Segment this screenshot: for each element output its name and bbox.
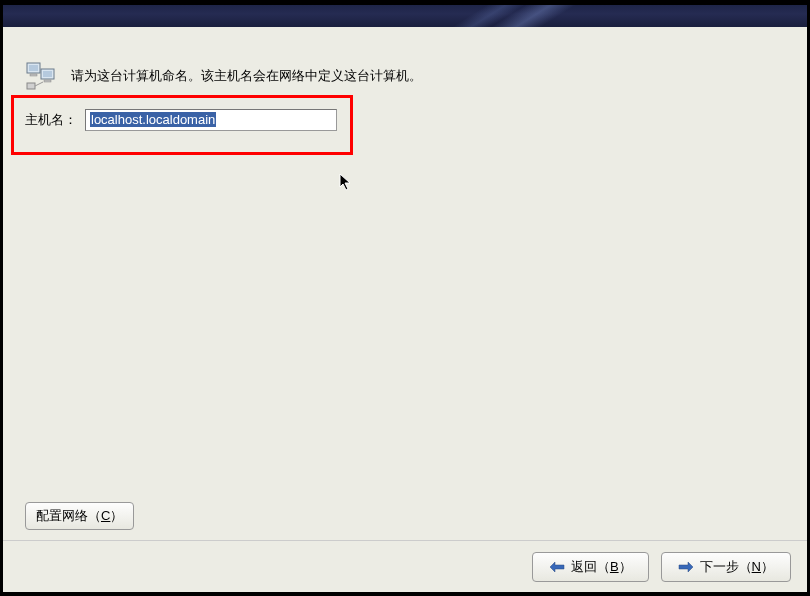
svg-rect-5 — [44, 80, 51, 82]
network-computers-icon — [25, 61, 57, 91]
arrow-right-icon — [678, 561, 694, 573]
back-button-label: 返回（B） — [571, 558, 632, 576]
header-banner — [3, 5, 807, 27]
footer-bar: 返回（B） 下一步（N） — [3, 540, 807, 592]
installer-window: 请为这台计算机命名。该主机名会在网络中定义这台计算机。 主机名： localho… — [2, 4, 808, 593]
instruction-row: 请为这台计算机命名。该主机名会在网络中定义这台计算机。 — [25, 61, 785, 91]
svg-rect-6 — [27, 83, 35, 89]
svg-line-7 — [35, 82, 43, 86]
configure-network-button[interactable]: 配置网络（C） — [25, 502, 134, 530]
arrow-left-icon — [549, 561, 565, 573]
back-button[interactable]: 返回（B） — [532, 552, 649, 582]
hostname-input[interactable]: localhost.localdomain — [85, 109, 337, 131]
svg-rect-4 — [43, 71, 52, 77]
mouse-cursor-icon — [339, 173, 353, 194]
next-button-label: 下一步（N） — [700, 558, 774, 576]
svg-rect-2 — [30, 74, 37, 76]
next-button[interactable]: 下一步（N） — [661, 552, 791, 582]
svg-rect-1 — [29, 65, 38, 71]
hostname-row: 主机名： localhost.localdomain — [11, 109, 785, 131]
instruction-text: 请为这台计算机命名。该主机名会在网络中定义这台计算机。 — [71, 67, 422, 85]
hostname-label: 主机名： — [25, 111, 77, 129]
content-area: 请为这台计算机命名。该主机名会在网络中定义这台计算机。 主机名： localho… — [3, 27, 807, 540]
hostname-section: 主机名： localhost.localdomain — [11, 109, 785, 131]
